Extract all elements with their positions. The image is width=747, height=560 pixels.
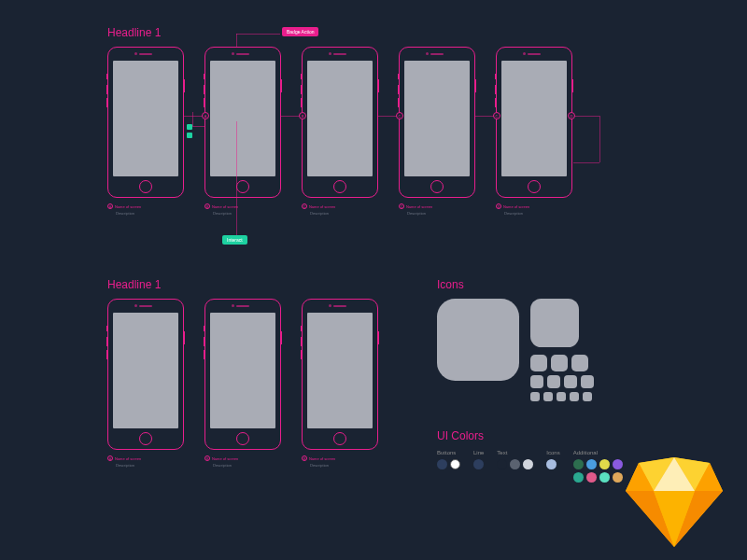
phone-desc-label: Description: [310, 463, 378, 469]
app-icon-xs: [564, 375, 577, 388]
connector: [236, 121, 237, 235]
phone-side-button: [377, 79, 379, 92]
phone-caption: CName of screenDescription: [399, 203, 475, 217]
phone-number-badge: B: [302, 455, 307, 461]
phone-side-button: [204, 350, 205, 359]
phone-name-label: Name of screen: [309, 204, 335, 209]
phone-speaker: [333, 305, 346, 307]
color-swatch: [437, 459, 447, 469]
phone-desc-label: Description: [504, 211, 572, 217]
phone-caption: BName of screenDescription: [204, 203, 281, 217]
phone-mockup: DName of screenDescription: [496, 47, 572, 217]
connector-node: D: [568, 112, 575, 119]
phone-side-button: [301, 98, 303, 107]
phone-speaker: [139, 305, 152, 307]
phone-mockup: BName of screenDescription: [302, 299, 378, 469]
app-icon-xs: [547, 375, 560, 388]
phone-side-button: [204, 85, 205, 94]
color-group-label: Line: [473, 450, 484, 455]
phone-desc-label: Description: [310, 211, 378, 217]
phone-mockup: BName of screenDescription: [204, 47, 281, 217]
phone-number-badge: D: [496, 203, 501, 209]
phone-mockup: CName of screenDescription: [302, 47, 378, 217]
phone-number-badge: C: [399, 203, 404, 209]
color-group-label: Icons: [546, 450, 559, 455]
phone-camera: [329, 304, 331, 307]
app-icon-xxs: [583, 392, 592, 401]
color-swatch: [599, 459, 610, 469]
phone-name-label: Name of screen: [309, 456, 335, 461]
phone-desc-label: Description: [407, 211, 475, 217]
color-swatch: [586, 472, 597, 483]
phone-caption: CName of screenDescription: [302, 203, 378, 217]
phone-camera: [134, 304, 137, 307]
phone-name-label: Name of screen: [406, 204, 432, 209]
app-icon-xxs: [543, 392, 553, 401]
color-group: Text: [497, 450, 533, 469]
phone-side-button: [495, 85, 497, 94]
connector: [573, 116, 599, 117]
phone-caption: BName of screenDescription: [204, 455, 281, 469]
phone-mockup: AName of screenDescription: [107, 299, 184, 469]
color-group-label: Text: [497, 450, 533, 455]
phone-number-badge: B: [204, 455, 210, 461]
phone-number-badge: C: [302, 203, 307, 209]
phone-camera: [134, 52, 137, 55]
phone-desc-label: Description: [213, 463, 281, 469]
phone-frame: [107, 299, 184, 450]
app-icon-small: [571, 355, 588, 371]
phone-home-button: [333, 432, 346, 445]
phone-name-label: Name of screen: [212, 204, 238, 209]
phone-speaker: [236, 53, 249, 55]
connector: [192, 112, 193, 126]
app-icon-small: [530, 355, 547, 371]
phone-screen: [210, 313, 275, 428]
phone-speaker: [139, 53, 152, 55]
phone-home-button: [236, 180, 249, 193]
phone-screen: [404, 61, 470, 176]
phone-name-label: Name of screen: [115, 456, 141, 461]
phone-side-button: [183, 331, 185, 344]
color-row: [573, 459, 623, 469]
connector: [192, 126, 205, 127]
badge-interact: Interact: [222, 235, 247, 245]
connector-node: B: [299, 112, 306, 119]
phone-side-button: [398, 74, 400, 79]
phone-caption: AName of screenDescription: [107, 455, 184, 469]
phone-speaker: [430, 53, 444, 55]
phone-side-button: [204, 74, 205, 79]
phone-camera: [523, 52, 526, 55]
phone-home-button: [139, 180, 152, 193]
phone-side-button: [204, 98, 205, 107]
color-group-label: Additional: [573, 450, 623, 455]
phone-desc-label: Description: [116, 211, 184, 217]
app-icon-xxs: [557, 392, 566, 401]
phone-side-button: [301, 85, 303, 94]
phone-side-button: [474, 79, 476, 92]
phone-side-button: [106, 85, 108, 94]
connector: [236, 34, 280, 35]
color-swatch: [510, 459, 520, 469]
color-swatch: [450, 459, 460, 469]
phone-desc-label: Description: [116, 463, 184, 469]
phone-frame: [302, 47, 378, 198]
phone-mockup: AName of screenDescription: [107, 47, 184, 217]
color-swatch: [546, 459, 557, 469]
phone-camera: [232, 52, 234, 55]
phone-speaker: [528, 53, 541, 55]
color-row: [473, 459, 484, 469]
phone-side-button: [571, 79, 573, 92]
phone-side-button: [495, 74, 497, 79]
phone-side-button: [204, 326, 205, 331]
phone-frame: [496, 47, 572, 198]
phone-screen: [210, 61, 275, 176]
phone-name-label: Name of screen: [115, 204, 141, 209]
phone-frame: [107, 47, 184, 198]
phone-number-badge: A: [107, 455, 113, 461]
icons-title: Icons: [437, 278, 464, 291]
color-swatch: [473, 459, 484, 469]
phone-mockup: CName of screenDescription: [399, 47, 475, 217]
phone-camera: [426, 52, 429, 55]
colors-title: UI Colors: [437, 429, 484, 442]
phone-mockup: BName of screenDescription: [204, 299, 281, 469]
